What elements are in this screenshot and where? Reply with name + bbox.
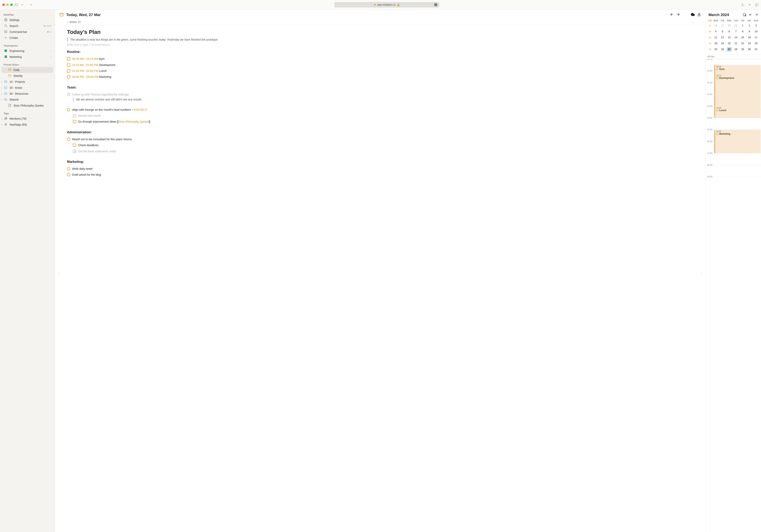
task-row[interactable]: Align with George on this month's lead n… <box>67 107 694 113</box>
sidebar-item-folder[interactable]: ›20 - Areas <box>2 85 53 91</box>
calendar-day[interactable]: 8 <box>740 29 745 34</box>
note-editor[interactable]: Today's Plan The deadline is near but th… <box>55 26 706 532</box>
task-row[interactable]: 01:00 PM - 02:00 PM Lunch <box>67 68 694 74</box>
calendar-day[interactable]: 7 <box>733 29 738 34</box>
more-icon[interactable]: ⋯ <box>434 3 438 6</box>
chevron-right-icon[interactable]: › <box>1 98 4 101</box>
sidebar-app-header[interactable]: NotePlan <box>2 12 53 17</box>
chevron-right-icon[interactable]: › <box>1 117 4 120</box>
timeline[interactable]: 09:0010:0011:0012:0013:0014:0015:0016:00… <box>706 59 761 532</box>
task-checkbox[interactable] <box>67 173 70 176</box>
calendar-day[interactable]: 11 <box>713 35 718 40</box>
sidebar-item-mentions[interactable]: › Mentions (76) <box>2 116 53 122</box>
task-checkbox-cancelled[interactable] <box>73 150 76 153</box>
week-row[interactable]: › WEEK 13 → <box>55 19 706 26</box>
sidebar-item-folder[interactable]: ›10 - Projects <box>2 79 53 85</box>
calendar-day[interactable]: 30 <box>747 47 752 51</box>
calendar-day[interactable]: 12 <box>720 35 725 40</box>
task-checkbox[interactable] <box>73 120 76 123</box>
task-checkbox[interactable] <box>67 69 70 73</box>
timeline-event[interactable]: 09:30Gym <box>714 65 761 74</box>
calendar-day[interactable]: 25 <box>713 47 718 51</box>
task-row[interactable]: 09:30 AM - 10:15 AM Gym <box>67 56 694 62</box>
calendar-jump-icon[interactable] <box>743 13 746 17</box>
window-close-button[interactable] <box>2 4 5 6</box>
back-icon[interactable] <box>29 3 33 7</box>
calendar-day[interactable]: 1 <box>740 24 745 28</box>
sidebar-item-daily[interactable]: Daily <box>2 67 53 73</box>
calendar-day[interactable]: 28 <box>733 47 738 51</box>
wiki-link[interactable]: Stoic Philosophy Quotes <box>119 120 149 123</box>
calendar-day[interactable]: 17 <box>753 35 759 40</box>
row-handle[interactable] <box>72 167 79 170</box>
page-title[interactable]: Today's Plan <box>67 29 694 35</box>
calendar-day[interactable]: 26 <box>720 47 725 51</box>
sidebar-item-note-stoic[interactable]: Stoic Philosophy Quotes <box>2 103 53 109</box>
sidebar-item-folder[interactable]: ›Shared <box>2 97 53 103</box>
task-checkbox[interactable] <box>73 143 76 147</box>
task-checkbox[interactable] <box>67 75 70 79</box>
task-row[interactable]: Go through improvement ideas [[Stoic Phi… <box>67 119 694 125</box>
calendar-day[interactable]: 10 <box>753 29 759 34</box>
calendar-day[interactable]: 29 <box>733 24 738 28</box>
task-row[interactable]: Get the bank statements ready <box>67 148 694 154</box>
task-checkbox[interactable] <box>67 138 70 141</box>
calendar-day[interactable]: 24 <box>753 41 759 46</box>
editor-placeholder[interactable]: Enter text or type '/' to insert blocks <box>67 43 694 46</box>
sidebar-item-settings[interactable]: Settings <box>2 17 53 23</box>
routine-header[interactable]: Routine: <box>67 50 694 54</box>
next-month-button[interactable] <box>755 13 758 17</box>
sidebar-item-search[interactable]: Search ⌘+⇧+F <box>2 23 53 29</box>
calendar-day[interactable]: 9 <box>747 29 752 34</box>
sidebar-teamspaces-header[interactable]: Teamspaces <box>2 43 53 48</box>
task-row[interactable]: Check deadlines <box>67 142 694 148</box>
admin-header[interactable]: Administration: <box>67 130 694 134</box>
calendar-day[interactable]: 14 <box>733 35 738 40</box>
next-day-button[interactable] <box>676 13 680 17</box>
calendar-day[interactable]: 6 <box>727 29 732 34</box>
task-row[interactable]: 03:00 PM - 05:00 PM Marketing <box>67 74 694 80</box>
task-checkbox[interactable] <box>67 57 70 60</box>
calendar-day[interactable]: 4 <box>713 29 718 34</box>
week-number[interactable]: 10 <box>707 30 713 33</box>
week-number[interactable]: 11 <box>707 36 713 39</box>
sidebar-item-command-bar[interactable]: Command bar ⌘+J <box>2 29 53 35</box>
sidebar-item-create[interactable]: Create <box>2 35 53 41</box>
task-row[interactable]: Write daily tweet <box>67 166 694 172</box>
task-row[interactable]: Draft articel for the blog <box>67 172 694 178</box>
calendar-day[interactable]: 20 <box>727 41 732 46</box>
sidebar-item-weekly[interactable]: Weekly <box>2 73 53 79</box>
sidebar-item-teamspace[interactable]: Marketing› <box>2 54 53 60</box>
share-icon[interactable] <box>741 3 744 7</box>
calendar-day[interactable]: 27 <box>727 47 732 51</box>
timeline-event[interactable]: 15:00Marketing <box>714 130 761 153</box>
task-checkbox[interactable] <box>67 63 70 67</box>
plus-icon[interactable] <box>72 167 75 170</box>
task-checkbox-done[interactable] <box>67 93 70 96</box>
prev-month-button[interactable] <box>749 13 752 17</box>
task-row[interactable]: 10:15 AM - 01:00 PM Development <box>67 62 694 68</box>
week-number[interactable]: 9 <box>707 25 713 27</box>
calendar-day[interactable]: 22 <box>740 41 745 46</box>
calendar-day[interactable]: 26 <box>713 24 718 28</box>
week-number[interactable]: 13 <box>707 48 713 50</box>
timeline-event[interactable]: 13:00Lunch <box>714 106 761 118</box>
window-zoom-button[interactable] <box>10 4 13 6</box>
intro-quote[interactable]: The deadline is near but things are in t… <box>67 38 694 42</box>
allday-row[interactable]: all-day <box>706 54 761 59</box>
calendar-day[interactable]: 29 <box>740 47 745 51</box>
user-icon[interactable] <box>697 13 701 17</box>
window-minimize-button[interactable] <box>6 4 9 6</box>
sidebar-toggle-icon[interactable] <box>15 3 18 7</box>
sidebar-item-hashtags[interactable]: › Hashtags (84) <box>2 122 53 128</box>
prev-day-button[interactable] <box>670 13 674 17</box>
calendar-day[interactable]: 21 <box>733 41 738 46</box>
task-row[interactable]: Reach out to tax consultant for this yea… <box>67 136 694 142</box>
calendar-day[interactable]: 31 <box>753 47 759 51</box>
date-link[interactable]: >2024-03-27 <box>132 108 147 111</box>
arrow-right-icon[interactable]: → <box>691 21 694 24</box>
calendar-day[interactable]: 28 <box>727 24 732 28</box>
marketing-header[interactable]: Marketing: <box>67 160 694 164</box>
team-header[interactable]: Team: <box>67 85 694 89</box>
timeline-event[interactable]: 10:15Development <box>714 74 761 106</box>
